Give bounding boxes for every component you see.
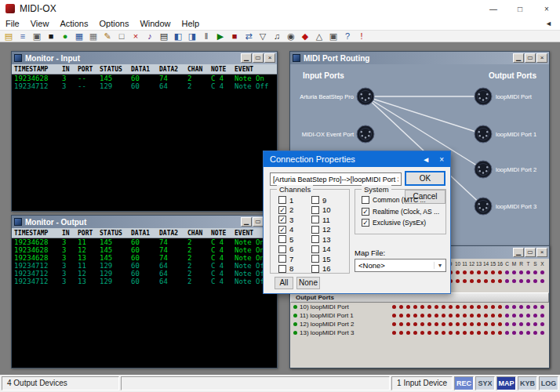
checkbox[interactable] (278, 255, 286, 263)
checkbox[interactable] (278, 245, 286, 253)
restore-button[interactable]: ▭ (253, 217, 264, 227)
snapshot-icon[interactable]: ◉ (285, 31, 297, 42)
checkbox[interactable]: ✓ (278, 226, 286, 234)
output-port-loopmidi-port-3[interactable]: loopMIDI Port 3 (474, 197, 536, 216)
checkbox[interactable] (278, 265, 286, 273)
channel-checkbox-row[interactable]: 14 (311, 245, 331, 253)
minimize-button[interactable]: ▁ (241, 53, 252, 63)
close-button[interactable]: × (536, 53, 547, 63)
checkbox[interactable]: ✓ (278, 216, 286, 223)
keyboard-icon[interactable]: ▤ (158, 31, 170, 42)
sysex-view-icon[interactable]: ≡ (16, 31, 29, 42)
syx-indicator[interactable]: SYX (475, 376, 495, 390)
open-file-icon[interactable]: ▤ (2, 31, 15, 42)
minimize-button[interactable]: ▁ (513, 53, 524, 63)
patch-map-icon[interactable]: ⇄ (242, 31, 255, 42)
rec-indicator[interactable]: REC (454, 376, 474, 390)
restore-button[interactable]: ▭ (525, 53, 536, 63)
note-mapper-icon[interactable]: ♪ (144, 31, 156, 42)
menu-file[interactable]: File (0, 19, 25, 28)
channel-checkbox-row[interactable]: 6 (278, 245, 293, 253)
input-port-arturia-beatstep-pro[interactable]: Arturia BeatStep Pro (293, 87, 375, 106)
system-checkbox-row[interactable]: ✓Exclusive (SysEx) (362, 219, 439, 227)
pause-icon[interactable]: ‖ (200, 31, 213, 42)
all-button[interactable]: All (275, 277, 293, 289)
channel-checkbox-row[interactable]: 12 (311, 226, 331, 234)
channel-checkbox-row[interactable]: 11 (311, 216, 331, 223)
stop-icon[interactable]: ■ (228, 31, 241, 42)
channel-checkbox-row[interactable]: 15 (311, 255, 331, 263)
help-icon[interactable]: ? (341, 31, 354, 42)
clear-window-icon[interactable]: □ (115, 31, 128, 42)
black-display-icon[interactable]: ■ (45, 31, 57, 42)
close-button[interactable]: × (533, 0, 560, 17)
channel-checkbox-row[interactable]: 10 (311, 206, 331, 214)
metronome-icon[interactable]: △ (313, 31, 325, 42)
delete-icon[interactable]: × (129, 31, 142, 42)
channel-checkbox-row[interactable]: ✓2 (278, 206, 293, 214)
system-checkbox-row[interactable]: Common (MTC ... (362, 196, 439, 204)
channel-checkbox-row[interactable]: ✓4 (278, 226, 293, 234)
system-checkbox-row[interactable]: ✓Realtime (Clock, AS ... (362, 208, 439, 216)
checkbox[interactable]: ✓ (362, 219, 369, 227)
menu-options[interactable]: Options (93, 19, 134, 28)
maximize-button[interactable]: □ (507, 0, 533, 17)
routing-titlebar[interactable]: MIDI Port Routing ▁ ▭ × (290, 52, 549, 64)
checkbox[interactable] (311, 196, 319, 204)
channel-checkbox-row[interactable]: 13 (311, 235, 331, 243)
ok-button[interactable]: OK (405, 171, 445, 186)
close-button[interactable]: × (264, 53, 275, 63)
monitor-input-titlebar[interactable]: Monitor - Input ▁ ▭ × (12, 52, 277, 64)
instrument-icon[interactable]: ♫ (271, 31, 283, 42)
channel-checkbox-row[interactable]: 16 (311, 265, 331, 273)
checkbox[interactable] (311, 245, 319, 253)
menu-view[interactable]: View (25, 19, 55, 28)
filter-icon[interactable]: ▽ (256, 31, 269, 42)
about-icon[interactable]: ! (355, 31, 368, 42)
monitor-output-icon[interactable]: ◨ (186, 31, 198, 42)
checkbox[interactable] (278, 235, 286, 243)
menu-actions[interactable]: Actions (54, 19, 93, 28)
minimize-button[interactable]: ▁ (241, 217, 252, 227)
edit-pencil-icon[interactable]: ✎ (101, 31, 114, 42)
title-bar[interactable]: MIDI-OX — □ × (0, 0, 560, 17)
checkbox[interactable] (311, 255, 319, 263)
checkbox[interactable] (362, 196, 369, 204)
output-port-loopmidi-port[interactable]: loopMIDI Port (474, 87, 532, 106)
channel-checkbox-row[interactable]: 9 (311, 196, 331, 204)
record-icon[interactable]: ● (59, 31, 71, 42)
log-indicator[interactable]: LOG (539, 376, 558, 390)
checkbox[interactable]: ✓ (278, 206, 286, 214)
checkbox[interactable] (311, 235, 319, 243)
checkbox[interactable]: ✓ (362, 208, 369, 216)
channel-checkbox-row[interactable]: ✓3 (278, 216, 293, 223)
menu-help[interactable]: Help (176, 19, 205, 28)
config-icon[interactable]: ▣ (327, 31, 340, 42)
port-routing-icon[interactable]: ▣ (31, 31, 43, 42)
output-port-loopmidi-port-2[interactable]: loopMIDI Port 2 (474, 160, 536, 179)
minimize-button[interactable]: — (480, 0, 507, 17)
play-icon[interactable]: ▶ (214, 31, 227, 42)
checkbox[interactable] (311, 206, 319, 214)
channel-checkbox-row[interactable]: 8 (278, 265, 293, 273)
checkbox[interactable] (311, 265, 319, 273)
monitor-input-icon[interactable]: ◧ (172, 31, 184, 42)
none-button[interactable]: None (296, 277, 320, 289)
input-port-midi-ox-event-port[interactable]: MIDI-OX Event Port (293, 125, 375, 143)
checkbox[interactable] (311, 216, 319, 223)
close-button[interactable]: × (536, 248, 547, 257)
dialog-titlebar[interactable]: Connection Properties ◄ × (264, 151, 450, 167)
port-status-icon[interactable]: ▦ (73, 31, 85, 42)
channel-checkbox-row[interactable]: 1 (278, 196, 293, 204)
output-port-loopmidi-port-1[interactable]: loopMIDI Port 1 (474, 125, 536, 143)
channel-checkbox-row[interactable]: 7 (278, 255, 293, 263)
calculator-icon[interactable]: ▦ (87, 31, 100, 42)
minimize-button[interactable]: ▁ (513, 248, 524, 257)
kyb-indicator[interactable]: KYB (518, 376, 537, 390)
channel-checkbox-row[interactable]: 5 (278, 235, 293, 243)
connection-name-input[interactable] (270, 172, 402, 186)
mdi-scroll-left-icon[interactable]: ◄ (545, 20, 560, 27)
monitor-output-titlebar[interactable]: Monitor - Output ▁ ▭ × (12, 216, 277, 228)
map-indicator[interactable]: MAP (496, 376, 516, 390)
checkbox[interactable] (311, 226, 319, 234)
